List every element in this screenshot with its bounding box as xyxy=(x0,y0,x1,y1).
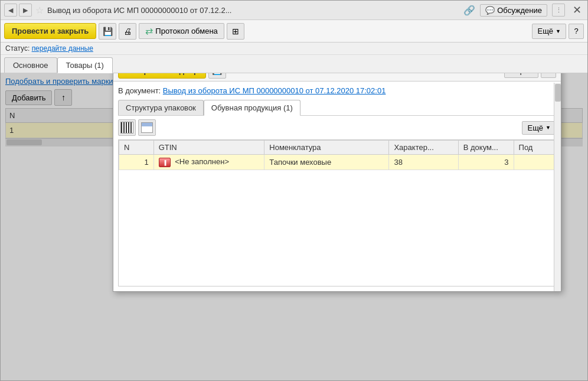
modal-window: ☆ Подбор и проверка обувной продукции 🔗 … xyxy=(113,73,561,292)
nav-forward-button[interactable]: ▶ xyxy=(19,4,32,17)
table-view-modal-button[interactable] xyxy=(138,119,156,136)
status-bar: Статус: передайте данные xyxy=(1,43,587,55)
status-link[interactable]: передайте данные xyxy=(32,44,93,53)
scrollbar-thumb xyxy=(555,84,561,102)
modal-cell-character: 38 xyxy=(389,155,458,170)
modal-cell-sub xyxy=(514,155,555,170)
table-view-button[interactable]: ⊞ xyxy=(227,23,244,40)
tab-main[interactable]: Основное xyxy=(4,57,57,73)
doc-ref-link[interactable]: Вывод из оборота ИС МП 00000000010 от 07… xyxy=(163,86,386,95)
modal-tab-structure[interactable]: Структура упаковок xyxy=(118,100,204,115)
save-icon: 💾 xyxy=(103,27,113,36)
table-icon: ⊞ xyxy=(232,27,239,36)
modal-col-nomenclature: Номенклатура xyxy=(264,141,389,155)
gtin-barcode-icon: ▐ xyxy=(159,158,171,167)
modal-cell-n: 1 xyxy=(119,155,154,170)
discussion-button[interactable]: 💬 Обсуждение xyxy=(480,4,547,17)
post-and-close-button[interactable]: Провести и закрыть xyxy=(4,23,96,39)
more-button[interactable]: Ещё ▼ xyxy=(532,24,566,39)
toolbar-right: Ещё ▼ ? xyxy=(532,24,584,39)
title-bar: ◀ ▶ ☆ Вывод из оборота ИС МП 00000000010… xyxy=(1,1,587,20)
print-icon: 🖨 xyxy=(123,27,132,36)
status-label: Статус: xyxy=(5,44,30,53)
print-button[interactable]: 🖨 xyxy=(119,23,136,40)
save-button[interactable]: 💾 xyxy=(99,23,116,40)
modal-table: N GTIN Номенклатура Характер... В докум.… xyxy=(119,140,556,170)
modal-tab-footwear[interactable]: Обувная продукция (1) xyxy=(204,100,300,116)
modal-col-character: Характер... xyxy=(389,141,458,155)
modal-cell-indoc: 3 xyxy=(458,155,514,170)
help-button[interactable]: ? xyxy=(569,24,584,39)
modal-cell-gtin: ▐ <Не заполнен> xyxy=(153,155,264,170)
complete-selection-button[interactable]: Завершить подбор xyxy=(118,73,206,79)
modal-tabs: Структура упаковок Обувная продукция (1) xyxy=(118,100,556,116)
window-title: Вывод из оборота ИС МП 00000000010 от 07… xyxy=(47,6,460,15)
modal-cell-nomenclature: Тапочки меховые xyxy=(264,155,389,170)
main-window: ◀ ▶ ☆ Вывод из оборота ИС МП 00000000010… xyxy=(0,0,588,381)
doc-reference: В документ: Вывод из оборота ИС МП 00000… xyxy=(118,86,556,95)
modal-toolbar: Завершить подбор 💾 Ещё ▼ ? xyxy=(113,73,561,82)
modal-col-sub: Под xyxy=(514,141,555,155)
favorite-icon[interactable]: ☆ xyxy=(35,5,44,16)
barcode-icon xyxy=(120,122,133,133)
content-area: Подобрать и проверить маркированную прод… xyxy=(1,73,587,380)
modal-col-gtin: GTIN xyxy=(153,141,264,155)
main-tabs: Основное Товары (1) xyxy=(1,55,587,73)
modal-col-n: N xyxy=(119,141,154,155)
modal-save-icon: 💾 xyxy=(212,73,222,75)
modal-help-button[interactable]: ? xyxy=(541,73,556,78)
modal-more-btn[interactable]: Ещё ▼ xyxy=(504,73,538,78)
modal-content: В документ: Вывод из оборота ИС МП 00000… xyxy=(113,82,561,291)
chevron-down-icon: ▼ xyxy=(556,28,561,34)
modal-sub-toolbar: Ещё ▼ xyxy=(118,119,556,136)
sub-chevron-icon: ▼ xyxy=(545,125,551,131)
modal-col-indoc: В докум... xyxy=(458,141,514,155)
barcode-scan-button[interactable] xyxy=(118,119,136,136)
modal-toolbar-right: Ещё ▼ ? xyxy=(504,73,556,78)
modal-table-row[interactable]: 1 ▐ <Не заполнен> Тапочки меховые 38 3 xyxy=(119,155,556,170)
modal-table-wrap: N GTIN Номенклатура Характер... В докум.… xyxy=(118,139,556,286)
link-icon[interactable]: 🔗 xyxy=(463,5,475,16)
nav-buttons: ◀ ▶ xyxy=(4,4,32,17)
discussion-chat-icon: 💬 xyxy=(485,6,495,15)
modal-scrollbar[interactable] xyxy=(554,83,561,291)
nav-back-button[interactable]: ◀ xyxy=(4,4,17,17)
table-view-icon xyxy=(141,122,153,133)
exchange-protocol-button[interactable]: ⇄ Протокол обмена xyxy=(139,23,224,39)
exchange-icon: ⇄ xyxy=(145,25,153,37)
modal-sub-more-button[interactable]: Ещё ▼ xyxy=(522,121,556,135)
more-options-button[interactable]: ⋮ xyxy=(552,4,565,17)
modal-save-button[interactable]: 💾 xyxy=(208,73,226,79)
tab-goods[interactable]: Товары (1) xyxy=(57,57,113,73)
close-button[interactable]: ✕ xyxy=(570,3,584,17)
main-toolbar: Провести и закрыть 💾 🖨 ⇄ Протокол обмена… xyxy=(1,20,587,43)
title-actions: 🔗 💬 Обсуждение ⋮ ✕ xyxy=(463,3,584,17)
